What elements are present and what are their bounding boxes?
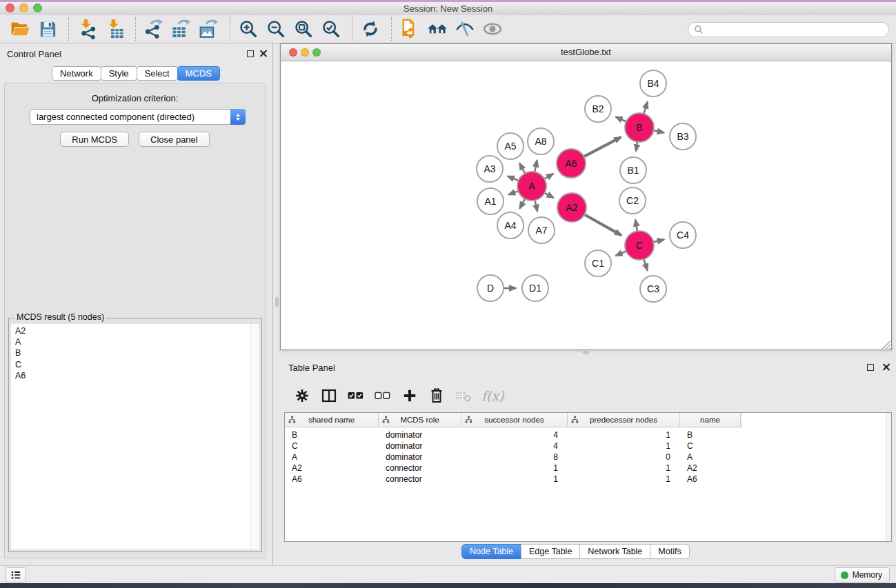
show-panels-button[interactable] (480, 17, 505, 41)
edge-C-C4[interactable] (653, 239, 664, 242)
select-all-button[interactable] (347, 387, 365, 405)
edge-B-B1[interactable] (636, 141, 637, 151)
export-network-icon (143, 19, 164, 39)
table-row[interactable]: A6connector11A6 (285, 474, 891, 485)
edge-A-A8[interactable] (535, 160, 537, 172)
open-session-button[interactable] (8, 17, 32, 41)
hide-panels-button[interactable] (452, 17, 477, 41)
close-network-window-button[interactable] (289, 48, 297, 57)
table-cell: dominator (379, 430, 461, 440)
edge-A-A6[interactable] (544, 174, 553, 179)
node-label: C1 (592, 258, 604, 269)
column-header-MCDS-role[interactable]: MCDS role (379, 413, 461, 427)
table-panel: Table Panel f(x) shared nameMCDS rolesuc… (273, 358, 896, 560)
task-history-button[interactable] (6, 567, 26, 582)
zoom-out-button[interactable] (263, 17, 288, 41)
network-canvas[interactable]: B4B2BB3A8A5A6A3B1AC2A1A2A4A7C4CC1DD1C3 (281, 61, 891, 349)
search-input[interactable] (704, 25, 883, 34)
zoom-fit-icon (294, 19, 313, 39)
minimize-network-window-button[interactable] (301, 48, 309, 57)
result-item[interactable]: C (15, 359, 259, 370)
window-titlebar[interactable]: Session: New Session (0, 2, 896, 15)
edge-A-A1[interactable] (508, 191, 519, 194)
select-stepper-icon[interactable] (230, 109, 246, 125)
float-panel-icon[interactable] (247, 50, 254, 57)
import-table-button[interactable] (102, 17, 127, 41)
table-settings-button[interactable] (293, 387, 311, 405)
edge-A-A3[interactable] (508, 176, 519, 181)
result-scrollbar[interactable] (250, 324, 259, 549)
tab-style[interactable]: Style (101, 66, 137, 81)
edge-A2-C[interactable] (584, 214, 621, 236)
search-box[interactable] (688, 22, 889, 37)
edge-A-A7[interactable] (535, 200, 537, 212)
result-item[interactable]: A6 (15, 370, 259, 381)
float-table-panel-icon[interactable] (867, 364, 874, 371)
run-mcds-button[interactable]: Run MCDS (60, 132, 129, 147)
deselect-all-button[interactable] (374, 387, 392, 405)
column-header-shared-name[interactable]: shared name (285, 413, 379, 427)
criterion-value: largest connected component (directed) (37, 112, 195, 122)
table-row[interactable]: Cdominator41C (285, 440, 891, 452)
export-image-button[interactable] (197, 17, 221, 41)
import-network-button[interactable] (74, 17, 99, 41)
memory-button[interactable]: Memory (835, 567, 890, 582)
zoom-fit-button[interactable] (291, 17, 316, 41)
tab-motifs[interactable]: Motifs (650, 544, 689, 559)
new-network-from-selection-button[interactable] (397, 17, 422, 41)
table-cell: B (285, 430, 379, 440)
zoom-in-button[interactable] (236, 17, 261, 41)
edge-B-B4[interactable] (644, 102, 648, 114)
tab-node-table[interactable]: Node Table (461, 544, 521, 559)
close-panel-icon[interactable] (259, 50, 267, 57)
column-visibility-button[interactable] (320, 387, 338, 405)
column-label: MCDS role (400, 416, 439, 424)
tab-mcds[interactable]: MCDS (177, 66, 220, 81)
desktop-vertical-scrollbar[interactable] (275, 297, 279, 307)
desktop-horizontal-scrollbar[interactable] (583, 351, 589, 354)
mcds-result-list[interactable]: A2ABCA6 (11, 324, 259, 549)
table-row[interactable]: Bdominator41B (285, 429, 891, 440)
homes-button[interactable] (425, 17, 450, 41)
table-cell: A (285, 452, 379, 462)
edge-A6-B[interactable] (584, 137, 621, 157)
import-table-icon (104, 19, 125, 39)
save-session-button[interactable] (35, 17, 60, 41)
network-window-titlebar[interactable]: testGlobe.txt (281, 44, 891, 61)
network-graph[interactable]: B4B2BB3A8A5A6A3B1AC2A1A2A4A7C4CC1DD1C3 (281, 61, 891, 349)
zoom-selected-button[interactable] (319, 17, 344, 41)
result-item[interactable]: A2 (15, 325, 259, 336)
maximize-network-window-button[interactable] (312, 48, 321, 57)
refresh-layout-button[interactable] (358, 17, 383, 41)
close-panel-button[interactable]: Close panel (139, 132, 210, 147)
delete-column-button[interactable] (428, 387, 446, 405)
result-item[interactable]: A (15, 336, 259, 347)
tab-select[interactable]: Select (137, 66, 178, 81)
edge-C-C2[interactable] (635, 220, 637, 232)
table-row[interactable]: A2connector11A2 (285, 463, 891, 474)
column-header-predecessor-nodes[interactable]: predecessor nodes (568, 413, 680, 427)
edge-B-B3[interactable] (653, 130, 664, 132)
column-header-name[interactable]: name (680, 413, 741, 427)
export-table-button[interactable] (169, 17, 194, 41)
edge-A-A4[interactable] (519, 199, 525, 209)
edge-C-C3[interactable] (644, 258, 647, 270)
tab-network[interactable]: Network (52, 66, 101, 81)
table-scrollbar[interactable] (886, 413, 891, 541)
node-label: D1 (529, 283, 541, 294)
tab-network-table[interactable]: Network Table (579, 544, 650, 559)
edge-C-C1[interactable] (616, 251, 627, 256)
table-row[interactable]: Adominator80A (285, 452, 891, 463)
edge-A-A2[interactable] (544, 192, 554, 197)
tab-edge-table[interactable]: Edge Table (521, 544, 580, 559)
function-builder-button[interactable]: f(x) (481, 388, 504, 403)
export-network-button[interactable] (141, 17, 166, 41)
result-item[interactable]: B (15, 347, 259, 358)
edge-B-B2[interactable] (616, 116, 627, 121)
criterion-select[interactable]: largest connected component (directed) (30, 109, 246, 125)
delete-table-button[interactable] (455, 387, 472, 405)
close-table-panel-icon[interactable] (882, 363, 890, 371)
add-column-button[interactable] (401, 387, 419, 405)
edge-A-A5[interactable] (519, 163, 525, 174)
column-header-successor-nodes[interactable]: successor nodes (461, 413, 568, 427)
